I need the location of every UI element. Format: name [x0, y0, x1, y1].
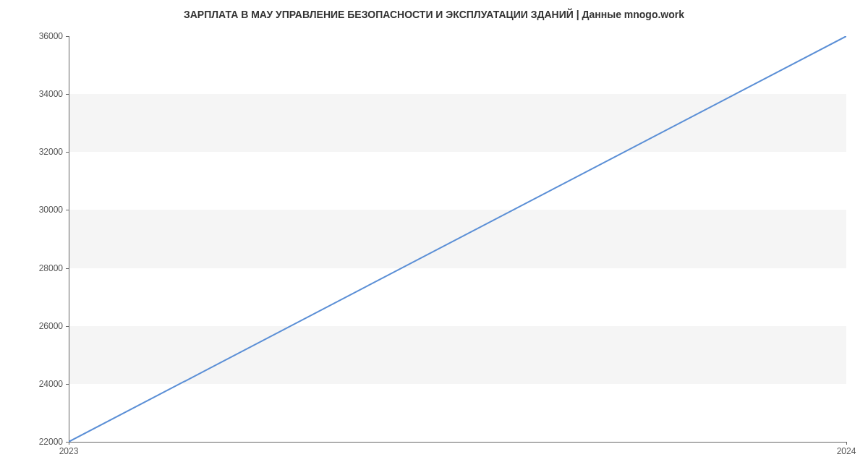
y-tick — [66, 326, 69, 327]
y-tick — [66, 384, 69, 385]
line-series — [69, 36, 846, 442]
chart-title: ЗАРПЛАТА В МАУ УПРАВЛЕНИЕ БЕЗОПАСНОСТИ И… — [0, 9, 868, 20]
y-tick-label: 22000 — [39, 437, 63, 447]
y-tick-label: 36000 — [39, 31, 63, 41]
x-tick-label: 2024 — [837, 446, 856, 456]
x-tick — [846, 442, 847, 445]
y-tick-label: 30000 — [39, 205, 63, 215]
chart-area: 2200024000260002800030000320003400036000… — [69, 36, 846, 443]
y-tick-label: 28000 — [39, 263, 63, 273]
x-tick — [69, 442, 69, 445]
x-tick-label: 2023 — [59, 446, 79, 456]
y-tick-label: 34000 — [39, 89, 63, 99]
y-tick — [66, 94, 69, 95]
y-tick — [66, 210, 69, 210]
y-tick-label: 26000 — [39, 321, 63, 331]
y-tick — [66, 268, 69, 269]
y-tick — [66, 36, 69, 37]
plot-region: 2200024000260002800030000320003400036000… — [69, 36, 846, 443]
y-tick-label: 32000 — [39, 147, 63, 157]
y-tick — [66, 152, 69, 153]
y-tick-label: 24000 — [39, 379, 63, 389]
